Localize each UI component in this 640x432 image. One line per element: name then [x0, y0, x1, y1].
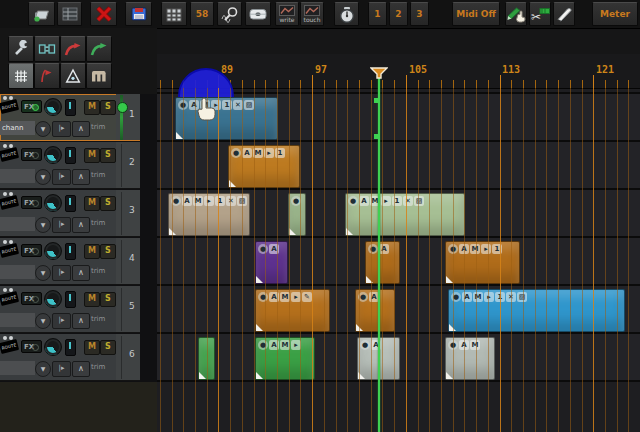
- clip-button-icon[interactable]: ●: [231, 148, 241, 158]
- media-item[interactable]: ●A: [365, 241, 400, 284]
- clip-button-icon[interactable]: 1: [275, 148, 285, 158]
- clip-button-icon[interactable]: A: [459, 244, 469, 254]
- screenset-1-button[interactable]: 1: [368, 2, 387, 26]
- erase-tool-button[interactable]: [553, 2, 575, 26]
- clip-button-icon[interactable]: ▸: [481, 244, 491, 254]
- width-fader[interactable]: [65, 147, 76, 164]
- fx-button[interactable]: FX: [21, 148, 42, 161]
- channel-dropdown[interactable]: ▼: [35, 265, 51, 281]
- clip-button-icon[interactable]: ▸: [291, 340, 301, 350]
- track-name-field[interactable]: [0, 169, 35, 183]
- open-project-button[interactable]: [28, 2, 55, 26]
- fx-button[interactable]: FX: [21, 340, 42, 353]
- clip-button-icon[interactable]: ●: [448, 244, 458, 254]
- automation-mode-button[interactable]: ∧: [72, 217, 90, 233]
- fx-button[interactable]: FX: [21, 196, 42, 209]
- solo-button[interactable]: S: [100, 244, 116, 259]
- width-fader[interactable]: [65, 339, 76, 356]
- pan-knob[interactable]: [44, 290, 62, 308]
- clip-button-icon[interactable]: ▨: [244, 100, 254, 110]
- clip-button-icon[interactable]: ●: [178, 100, 188, 110]
- triangle-tool-button[interactable]: [60, 63, 86, 89]
- clip-button-icon[interactable]: ●: [258, 340, 268, 350]
- channel-dropdown[interactable]: ▼: [35, 169, 51, 185]
- bars-button[interactable]: [86, 63, 112, 89]
- envelope-button[interactable]: |▸: [52, 313, 71, 329]
- volume-fader[interactable]: [120, 95, 123, 140]
- solo-button[interactable]: S: [100, 292, 116, 307]
- clip-button-icon[interactable]: M: [280, 292, 290, 302]
- clip-button-icon[interactable]: M: [470, 340, 480, 350]
- clip-button-icon[interactable]: M: [253, 148, 263, 158]
- screenset-3-button[interactable]: 3: [410, 2, 429, 26]
- clip-button-icon[interactable]: M: [193, 196, 203, 206]
- clip-button-icon[interactable]: ✕: [226, 196, 236, 206]
- clip-button-icon[interactable]: 1: [215, 196, 225, 206]
- route-button[interactable]: ROUTE: [0, 291, 19, 306]
- clip-button-icon[interactable]: A: [269, 292, 279, 302]
- clip-button-icon[interactable]: ●: [448, 340, 458, 350]
- clip-button-icon[interactable]: A: [242, 148, 252, 158]
- clip-button-icon[interactable]: ●: [348, 196, 358, 206]
- grid-size-button[interactable]: 58: [190, 2, 214, 26]
- media-item[interactable]: ●AM▸1✕▨: [168, 193, 250, 236]
- envelope-button[interactable]: |▸: [52, 217, 71, 233]
- clip-button-icon[interactable]: ✕: [403, 196, 413, 206]
- arrange-area[interactable]: 8997105113121●AM▸1✕▨●AM▸1●AM▸1✕▨●●AM▸1✕▨…: [157, 54, 640, 432]
- envelope-button[interactable]: |▸: [52, 361, 71, 377]
- automation-write-button[interactable]: write: [275, 2, 299, 26]
- clip-button-icon[interactable]: ✕: [233, 100, 243, 110]
- track-name-field[interactable]: [0, 265, 35, 279]
- media-item[interactable]: ●AM▸1✕▨: [175, 97, 278, 140]
- track-name-field[interactable]: [0, 313, 35, 327]
- mute-button[interactable]: M: [84, 292, 100, 307]
- channel-dropdown[interactable]: ▼: [35, 217, 51, 233]
- media-item[interactable]: ●AM▸1: [228, 145, 300, 188]
- media-item[interactable]: ●A: [355, 289, 395, 332]
- grid-button[interactable]: [8, 63, 34, 89]
- wrench-button[interactable]: [8, 36, 34, 62]
- track-name-field[interactable]: [0, 217, 35, 231]
- clip-button-icon[interactable]: A: [462, 292, 472, 302]
- route-button[interactable]: ROUTE: [0, 339, 19, 354]
- clip-button-icon[interactable]: ▸: [484, 292, 494, 302]
- envelope-button[interactable]: |▸: [52, 265, 71, 281]
- width-fader[interactable]: [65, 291, 76, 308]
- fx-button[interactable]: FX: [21, 292, 42, 305]
- mute-button[interactable]: M: [84, 196, 100, 211]
- media-item[interactable]: ●A: [255, 241, 288, 284]
- clip-button-icon[interactable]: ●: [291, 196, 301, 206]
- cursor-handle-top[interactable]: [374, 98, 379, 103]
- mute-button[interactable]: M: [84, 244, 100, 259]
- channel-dropdown[interactable]: ▼: [35, 313, 51, 329]
- clip-button-icon[interactable]: ▨: [517, 292, 527, 302]
- width-fader[interactable]: [65, 195, 76, 212]
- clip-button-icon[interactable]: A: [379, 244, 389, 254]
- clip-button-icon[interactable]: A: [459, 340, 469, 350]
- mixer-grid-button[interactable]: [161, 2, 187, 26]
- track-panel-6[interactable]: ROUTEFXMS▼|▸∧trim6: [0, 334, 140, 381]
- automation-mode-button[interactable]: ∧: [72, 121, 90, 137]
- channel-dropdown[interactable]: ▼: [35, 361, 51, 377]
- media-item[interactable]: ●AM▸1: [445, 241, 520, 284]
- clip-button-icon[interactable]: 1: [495, 292, 505, 302]
- track-panel-2[interactable]: ROUTEFXMS▼|▸∧trim2: [0, 142, 140, 189]
- metronome-button[interactable]: [334, 2, 359, 26]
- clip-button-icon[interactable]: ●: [258, 244, 268, 254]
- track-name-field[interactable]: [0, 361, 35, 375]
- clip-button-icon[interactable]: ▸: [264, 148, 274, 158]
- clip-button-icon[interactable]: A: [359, 196, 369, 206]
- razor-tool-button[interactable]: [245, 2, 271, 26]
- channel-dropdown[interactable]: ▼: [35, 121, 51, 137]
- automation-touch-button[interactable]: touch: [300, 2, 324, 26]
- clip-button-icon[interactable]: A: [182, 196, 192, 206]
- clip-button-icon[interactable]: ✎: [302, 292, 312, 302]
- mute-button[interactable]: M: [84, 148, 100, 163]
- clip-button-icon[interactable]: M: [470, 244, 480, 254]
- route-button[interactable]: ROUTE: [0, 243, 19, 258]
- clip-button-icon[interactable]: ▨: [237, 196, 247, 206]
- zoom-tool-button[interactable]: [217, 2, 242, 26]
- route-button[interactable]: ROUTE: [0, 99, 19, 114]
- automation-mode-button[interactable]: ∧: [72, 169, 90, 185]
- media-item[interactable]: ●AM▸1✕▨: [448, 289, 625, 332]
